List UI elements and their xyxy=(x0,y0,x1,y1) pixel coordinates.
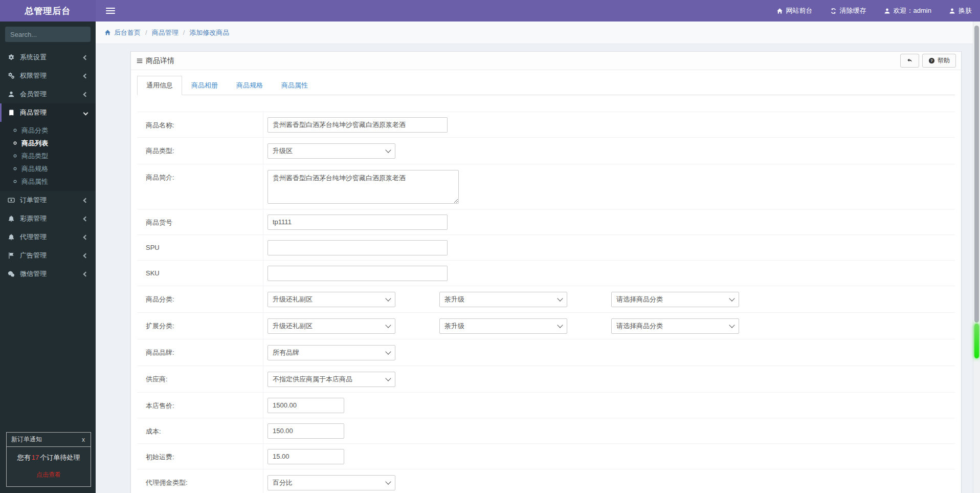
product-category-select-1[interactable]: 升级还礼副区 xyxy=(268,292,395,307)
product-intro-textarea-field-label: 商品简介: xyxy=(137,164,263,209)
refresh-icon xyxy=(830,8,837,14)
product-type-select[interactable]: 升级区 xyxy=(268,143,395,159)
product-brand-select-field-label: 商品品牌: xyxy=(137,339,263,366)
chevron-left-icon xyxy=(83,216,88,221)
form-row: 商品简介:贵州酱香型白酒茅台纯坤沙窖藏白酒原浆老酒 xyxy=(137,164,955,209)
tab-product-attrs[interactable]: 商品属性 xyxy=(272,76,317,95)
sidebar-item-orders[interactable]: 订单管理 xyxy=(0,191,96,209)
form-row: 本店售价: xyxy=(137,393,955,418)
extend-category-select-2[interactable]: 茶升级 xyxy=(439,318,567,334)
sku-input-field-label: SKU xyxy=(137,261,263,286)
spu-input[interactable] xyxy=(268,240,448,255)
panel-header: 商品详情 ?帮助 xyxy=(131,52,961,70)
notification-close-button[interactable]: x xyxy=(81,436,86,443)
shop-price-input[interactable] xyxy=(268,398,344,413)
order-notification: 新订单通知 x 您有17个订单待处理 点击查看 xyxy=(6,432,91,487)
scrollbar-thumb[interactable] xyxy=(974,26,979,323)
supplier-select-field-label: 供应商: xyxy=(137,366,263,392)
sidebar-subitem-product-categories-label: 商品分类 xyxy=(21,126,48,135)
circle-icon xyxy=(12,153,21,159)
form-row: SKU xyxy=(137,261,955,286)
circle-icon xyxy=(12,140,21,146)
sidebar-item-members[interactable]: 会员管理 xyxy=(0,85,96,103)
circle-icon xyxy=(12,166,21,172)
supplier-select[interactable]: 不指定供应商属于本店商品 xyxy=(268,372,395,387)
chevron-left-icon xyxy=(83,55,88,60)
sidebar-toggle-button[interactable] xyxy=(101,0,120,22)
back-button[interactable] xyxy=(900,54,919,68)
sidebar-subitem-product-categories[interactable]: 商品分类 xyxy=(0,124,96,137)
chevron-left-icon xyxy=(83,271,88,276)
tab-general-info[interactable]: 通用信息 xyxy=(137,76,182,95)
tab-product-gallery[interactable]: 商品相册 xyxy=(182,76,227,95)
notification-title: 新订单通知 xyxy=(11,435,42,444)
welcome-admin-label: 欢迎：admin xyxy=(894,6,931,15)
sidebar-item-products-submenu: 商品分类商品列表商品类型商品规格商品属性 xyxy=(0,122,96,191)
extend-category-select-3[interactable]: 请选择商品分类 xyxy=(611,318,739,334)
product-type-select-wrap: 升级区 xyxy=(268,143,395,159)
sidebar-item-system-settings-label: 系统设置 xyxy=(20,53,47,62)
page-scrollbar[interactable] xyxy=(973,22,980,493)
sidebar-item-agents[interactable]: 代理管理 xyxy=(0,228,96,246)
search-input[interactable] xyxy=(5,27,91,42)
product-code-input-field-label: 商品货号 xyxy=(137,209,263,234)
tab-product-specs[interactable]: 商品规格 xyxy=(227,76,272,95)
sidebar-search xyxy=(5,27,91,42)
extend-category-select-1[interactable]: 升级还礼副区 xyxy=(268,318,395,334)
pending-order-count: 17 xyxy=(31,454,40,461)
sidebar-item-wechat-label: 微信管理 xyxy=(20,269,47,278)
sidebar-subitem-product-types[interactable]: 商品类型 xyxy=(0,149,96,162)
sidebar-item-lottery[interactable]: 彩票管理 xyxy=(0,209,96,228)
extend-category-select-1-wrap: 升级还礼副区 xyxy=(268,318,395,334)
change-skin-link[interactable]: 换肤 xyxy=(949,6,972,15)
breadcrumb-item-3: 添加修改商品 xyxy=(189,29,229,36)
product-category-select-1-wrap: 升级还礼副区 xyxy=(268,292,395,307)
chevron-left-icon xyxy=(83,253,88,258)
sidebar-subitem-product-list[interactable]: 商品列表 xyxy=(0,137,96,149)
product-category-select-3-wrap: 请选择商品分类 xyxy=(611,292,739,307)
product-brand-select-wrap: 所有品牌 xyxy=(268,345,395,360)
sidebar-item-permissions[interactable]: 权限管理 xyxy=(0,67,96,85)
sidebar-item-lottery-label: 彩票管理 xyxy=(20,214,47,223)
help-button[interactable]: ?帮助 xyxy=(922,54,956,68)
welcome-admin[interactable]: 欢迎：admin xyxy=(884,6,931,15)
home-icon xyxy=(104,29,111,36)
breadcrumb-item-2[interactable]: 商品管理 xyxy=(152,29,179,36)
svg-text:?: ? xyxy=(930,58,933,63)
breadcrumb-item-1[interactable]: 后台首页 xyxy=(114,29,141,36)
skin-icon xyxy=(949,8,955,14)
sidebar-item-ads-label: 广告管理 xyxy=(20,251,47,260)
extend-category-select-3-wrap: 请选择商品分类 xyxy=(611,318,739,334)
sku-input[interactable] xyxy=(268,266,448,281)
initial-shipping-input[interactable] xyxy=(268,449,344,464)
list-icon xyxy=(136,57,143,65)
panel-tabs: 通用信息商品相册商品规格商品属性 xyxy=(137,75,955,95)
notification-view-link[interactable]: 点击查看 xyxy=(9,470,88,479)
product-category-select-2[interactable]: 茶升级 xyxy=(439,292,567,307)
product-category-select-field-label: 商品分类: xyxy=(137,286,263,312)
product-name-input[interactable] xyxy=(268,117,448,133)
sidebar-item-ads[interactable]: 广告管理 xyxy=(0,246,96,265)
scrollbar-green-marker xyxy=(974,324,979,358)
form-row: 商品分类:升级还礼副区茶升级请选择商品分类 xyxy=(137,286,955,313)
agent-commission-type-select[interactable]: 百分比 xyxy=(268,475,395,490)
product-brand-select[interactable]: 所有品牌 xyxy=(268,345,395,360)
breadcrumb: 后台首页/商品管理/添加修改商品 xyxy=(96,22,980,44)
sidebar-item-system-settings[interactable]: 系统设置 xyxy=(0,48,96,67)
cost-price-input[interactable] xyxy=(268,423,344,439)
product-category-select-3[interactable]: 请选择商品分类 xyxy=(611,292,739,307)
sidebar-item-wechat[interactable]: 微信管理 xyxy=(0,265,96,283)
clear-cache-link[interactable]: 清除缓存 xyxy=(830,6,866,15)
site-frontend-link[interactable]: 网站前台 xyxy=(776,6,813,15)
product-intro-textarea[interactable]: 贵州酱香型白酒茅台纯坤沙窖藏白酒原浆老酒 xyxy=(268,170,459,204)
main-content: 后台首页/商品管理/添加修改商品 商品详情 ?帮助 通用信息商品相册商品规格商品… xyxy=(96,22,980,493)
sidebar-subitem-product-attrs[interactable]: 商品属性 xyxy=(0,175,96,188)
sidebar-subitem-product-specs[interactable]: 商品规格 xyxy=(0,162,96,175)
sidebar-item-products[interactable]: 商品管理 xyxy=(0,103,96,122)
notification-message: 您有17个订单待处理 xyxy=(9,453,88,462)
product-code-input[interactable] xyxy=(268,215,448,230)
undo-icon xyxy=(906,57,913,64)
sidebar-item-agents-label: 代理管理 xyxy=(20,232,47,242)
sidebar-subitem-product-attrs-label: 商品属性 xyxy=(21,177,48,186)
supplier-select-wrap: 不指定供应商属于本店商品 xyxy=(268,372,395,387)
